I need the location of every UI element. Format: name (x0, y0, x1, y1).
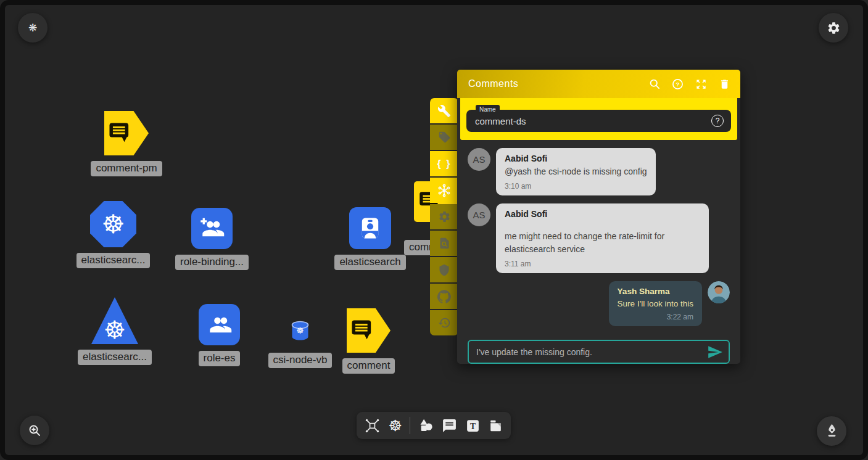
braces-icon: { } (437, 158, 452, 170)
avatar: AS (468, 203, 490, 226)
role-binding-shape (191, 208, 233, 249)
app-logo-button[interactable]: ❋ (18, 13, 48, 43)
configure-tool-button[interactable] (430, 98, 458, 123)
messages-list: AS Aabid Sofi @yash the csi-node is miss… (457, 140, 740, 334)
pen-tool-button[interactable] (817, 416, 846, 446)
k8s-triangle-shape: ☸ (91, 297, 138, 344)
inspect-tool-button[interactable] (430, 231, 458, 256)
message-author: Yash Sharma (618, 287, 693, 296)
comment-tool-button[interactable] (442, 418, 457, 433)
name-field-label: Name (476, 105, 500, 113)
github-icon (437, 290, 451, 303)
svg-text:T: T (470, 421, 476, 430)
kubernetes-wheel-icon: ☸ (388, 417, 402, 435)
node-elasticsearch-triangle[interactable]: ☸ elasticsearc... (91, 297, 138, 365)
message-row: AS Aabid Sofi @yash the csi-node is miss… (468, 148, 730, 195)
gear-icon (827, 21, 841, 35)
message-row: AS Aabid Sofi me might need to change th… (468, 203, 730, 273)
storage-cylinder-shape: ☸ (287, 320, 313, 343)
comment-input[interactable] (469, 347, 707, 357)
id-badge-icon (357, 215, 384, 242)
shapes-icon (418, 417, 434, 434)
svg-text:?: ? (676, 81, 680, 88)
hub-icon (437, 183, 452, 198)
node-label: comment (342, 358, 395, 374)
kubernetes-wheel-icon: ☸ (296, 326, 304, 335)
comment-icon (442, 418, 457, 433)
help-icon[interactable]: ? (671, 78, 684, 91)
node-elasticsearch-serviceaccount[interactable]: elasticsearch (349, 207, 391, 270)
people-plus-icon (199, 216, 225, 242)
app-logo-icon: ❋ (28, 22, 37, 35)
schematic-icon (364, 417, 381, 434)
node-label: csi-node-vb (268, 353, 333, 368)
speech-bubble-icon (106, 119, 134, 147)
kubernetes-tool-button[interactable]: ☸ (388, 417, 402, 435)
label-tool-button[interactable] (430, 125, 458, 150)
shield-icon (438, 264, 450, 276)
message-text: me might need to change the rate-limit f… (505, 230, 700, 255)
node-label: comment-pm (91, 161, 162, 176)
message-text: @yash the csi-node is missing config (505, 165, 647, 178)
zoom-button[interactable] (20, 416, 49, 445)
message-row-own: Yash Sharma Sure I'll look into this 3:2… (468, 281, 730, 327)
history-tool-button[interactable] (430, 310, 458, 335)
node-comment[interactable]: comment (347, 308, 391, 374)
message-text: Sure I'll look into this (618, 298, 693, 310)
message-author: Aabid Sofi (505, 154, 647, 163)
node-comment-pm[interactable]: comment-pm (104, 111, 149, 176)
node-csi-node-vb[interactable]: ☸ csi-node-vb (287, 320, 313, 368)
message-time: 3:22 am (618, 313, 693, 321)
node-actions-toolbar: { } (430, 98, 458, 337)
toolbar-divider (410, 417, 410, 434)
node-label: elasticsearc... (76, 253, 151, 268)
comment-shape (104, 111, 149, 155)
send-button[interactable] (707, 344, 723, 360)
role-shape (199, 304, 240, 345)
message-author: Aabid Sofi (505, 209, 700, 219)
kubernetes-wheel-icon: ☸ (104, 318, 126, 342)
components-tool-button[interactable] (364, 417, 381, 434)
mesh-hub-tool-button[interactable] (430, 178, 458, 203)
avatar-photo (708, 281, 730, 303)
node-label: elasticsearc... (78, 350, 152, 365)
settings-tool-button[interactable] (430, 204, 458, 229)
comments-panel-header[interactable]: Comments ? (457, 70, 740, 98)
node-label: role-binding... (175, 255, 249, 270)
name-input[interactable] (466, 116, 711, 126)
message-bubble: Yash Sharma Sure I'll look into this 3:2… (609, 281, 702, 327)
note-tool-button[interactable] (488, 418, 503, 433)
note-icon (488, 418, 503, 433)
search-icon[interactable] (648, 78, 661, 91)
delete-icon[interactable] (718, 78, 731, 91)
name-field[interactable]: Name ? (466, 110, 731, 132)
json-tool-button[interactable]: { } (430, 151, 458, 176)
node-role-binding[interactable]: role-binding... (191, 208, 233, 270)
gear-icon (438, 210, 451, 223)
message-time: 3:11 am (505, 260, 700, 268)
text-tool-button[interactable]: T (465, 418, 481, 433)
people-icon (207, 312, 233, 338)
canvas-toolbar: ☸ T (357, 412, 511, 439)
avatar: AS (468, 148, 490, 171)
pen-nib-icon (824, 423, 840, 440)
field-help-icon[interactable]: ? (711, 115, 724, 127)
service-account-shape (349, 207, 391, 249)
settings-button[interactable] (819, 13, 848, 43)
name-field-block: Name ? (460, 98, 737, 140)
message-bubble: Aabid Sofi @yash the csi-node is missing… (496, 148, 656, 195)
node-label: role-es (199, 351, 241, 366)
github-tool-button[interactable] (430, 284, 458, 309)
expand-icon[interactable] (695, 78, 708, 91)
history-icon (438, 316, 451, 329)
message-bubble: Aabid Sofi me might need to change the r… (496, 203, 709, 273)
shapes-tool-button[interactable] (418, 417, 434, 434)
message-time: 3:10 am (505, 182, 647, 191)
speech-bubble-icon (349, 316, 377, 345)
comment-shape (347, 308, 391, 353)
comments-panel: Comments ? Name ? AS Aabid Sof (457, 70, 740, 364)
node-elasticsearch-octagon[interactable]: ☸ elasticsearc... (90, 201, 136, 268)
comment-composer[interactable] (468, 340, 730, 364)
security-tool-button[interactable] (430, 257, 458, 282)
node-role-es[interactable]: role-es (199, 304, 240, 366)
